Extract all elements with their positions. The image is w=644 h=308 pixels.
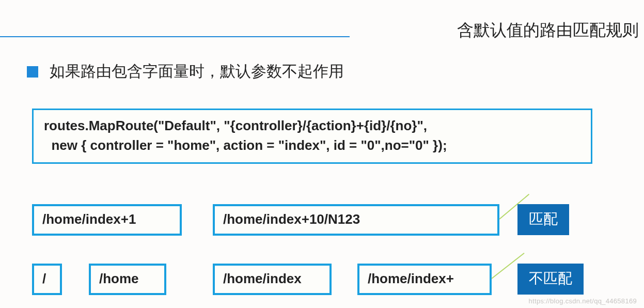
code-line-2: new { controller = "home", action = "ind… (44, 136, 580, 156)
slide-title: 含默认值的路由匹配规则 (457, 19, 639, 42)
match-label: 匹配 (517, 204, 569, 235)
nomatch-label: 不匹配 (517, 264, 584, 295)
bullet-square-icon (27, 66, 38, 78)
nomatch-example-4: /home/index+ (357, 264, 492, 295)
nomatch-row: / /home /home/index /home/index+ 不匹配 (32, 264, 623, 295)
code-line-1: routes.MapRoute("Default", "{controller}… (44, 116, 580, 136)
code-snippet: routes.MapRoute("Default", "{controller}… (32, 109, 592, 164)
header-divider (0, 36, 350, 37)
match-example-2: /home/index+10/N123 (213, 204, 499, 236)
match-row: /home/index+1 /home/index+10/N123 匹配 (32, 204, 623, 235)
bullet-text: 如果路由包含字面量时，默认参数不起作用 (50, 61, 344, 82)
bullet-item: 如果路由包含字面量时，默认参数不起作用 (27, 61, 344, 82)
nomatch-example-3: /home/index (213, 264, 332, 295)
nomatch-example-2: /home (89, 264, 166, 295)
match-example-1: /home/index+1 (32, 204, 182, 236)
watermark-text: https://blog.csdn.net/qq_44658169 (529, 297, 637, 305)
nomatch-example-1: / (32, 264, 62, 295)
